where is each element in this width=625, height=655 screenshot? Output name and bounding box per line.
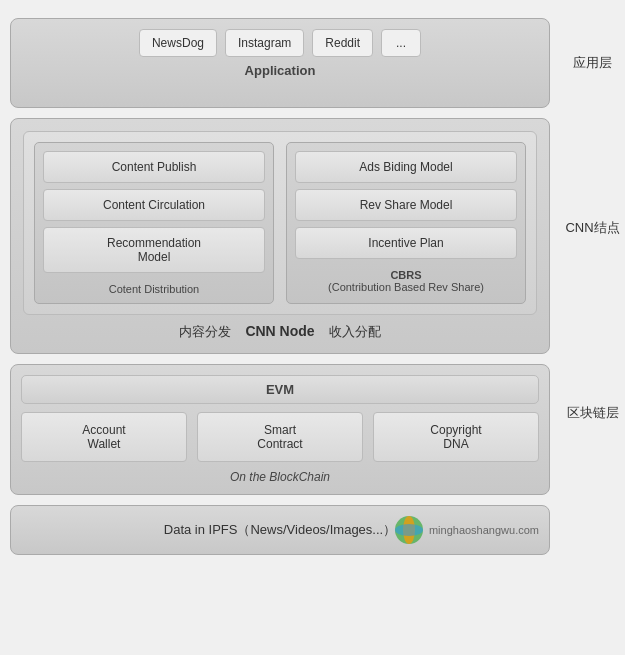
ads-biding-model: Ads Biding Model <box>295 151 517 183</box>
ipfs-text: Data in IPFS（News/Videos/Images...） <box>164 521 396 539</box>
cnn-left-column: Content Publish Content Circulation Reco… <box>34 142 274 304</box>
blockchain-layer-label: 区块链层 <box>564 348 621 478</box>
apps-row: NewsDog Instagram Reddit ... <box>21 29 539 57</box>
blockchain-layer: EVM AccountWallet SmartContract Copyrigh… <box>10 364 550 495</box>
copyright-dna: CopyrightDNA <box>373 412 539 462</box>
application-layer: NewsDog Instagram Reddit ... Application <box>10 18 550 108</box>
svg-point-2 <box>395 524 423 536</box>
content-distribution-label: Cotent Distribution <box>43 283 265 295</box>
app-dots: ... <box>381 29 421 57</box>
ipfs-layer: Data in IPFS（News/Videos/Images...） ming… <box>10 505 550 555</box>
blockchain-items: AccountWallet SmartContract CopyrightDNA <box>21 412 539 462</box>
cnn-inner: Content Publish Content Circulation Reco… <box>23 131 537 315</box>
application-title: Application <box>21 63 539 78</box>
app-newsdog: NewsDog <box>139 29 217 57</box>
watermark: minghaoshangwu.com <box>393 514 539 546</box>
smart-contract: SmartContract <box>197 412 363 462</box>
blockchain-bottom: On the BlockChain <box>21 470 539 484</box>
app-layer-label: 应用层 <box>564 18 621 108</box>
main-container: NewsDog Instagram Reddit ... Application <box>0 0 625 655</box>
recommendation-model: RecommendationModel <box>43 227 265 273</box>
rev-share-model: Rev Share Model <box>295 189 517 221</box>
diagram-area: NewsDog Instagram Reddit ... Application <box>0 10 560 645</box>
account-wallet: AccountWallet <box>21 412 187 462</box>
incentive-plan: Incentive Plan <box>295 227 517 259</box>
watermark-text: minghaoshangwu.com <box>429 524 539 536</box>
watermark-icon <box>393 514 425 546</box>
cnn-right-column: Ads Biding Model Rev Share Model Incenti… <box>286 142 526 304</box>
cnn-layer-label: CNN结点 <box>564 118 621 338</box>
app-instagram: Instagram <box>225 29 304 57</box>
ipfs-layer-label <box>564 488 621 538</box>
cbrs-label: CBRS (Contribution Based Rev Share) <box>295 269 517 293</box>
cnn-bottom-label: 内容分发 CNN Node 收入分配 <box>23 323 537 341</box>
app-reddit: Reddit <box>312 29 373 57</box>
evm-box: EVM <box>21 375 539 404</box>
content-circulation: Content Circulation <box>43 189 265 221</box>
content-publish: Content Publish <box>43 151 265 183</box>
label-area: 应用层 CNN结点 区块链层 <box>560 10 625 645</box>
cnn-layer: Content Publish Content Circulation Reco… <box>10 118 550 354</box>
